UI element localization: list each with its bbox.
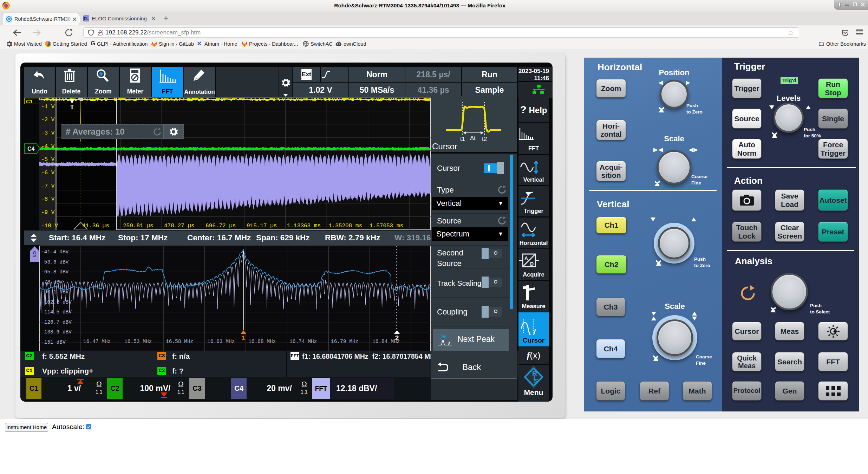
svg-text:t2: t2	[482, 136, 487, 142]
svg-text:1: 1	[242, 334, 246, 342]
svg-text:T: T	[70, 103, 74, 111]
svg-text:t1: t1	[460, 136, 465, 142]
svg-text:Δt: Δt	[470, 135, 476, 142]
svg-text:D: D	[530, 261, 534, 267]
svg-text:A: A	[524, 255, 528, 261]
svg-text:S: S	[534, 377, 539, 385]
svg-text:C4: C4	[32, 251, 37, 257]
svg-text:C4: C4	[27, 146, 35, 152]
